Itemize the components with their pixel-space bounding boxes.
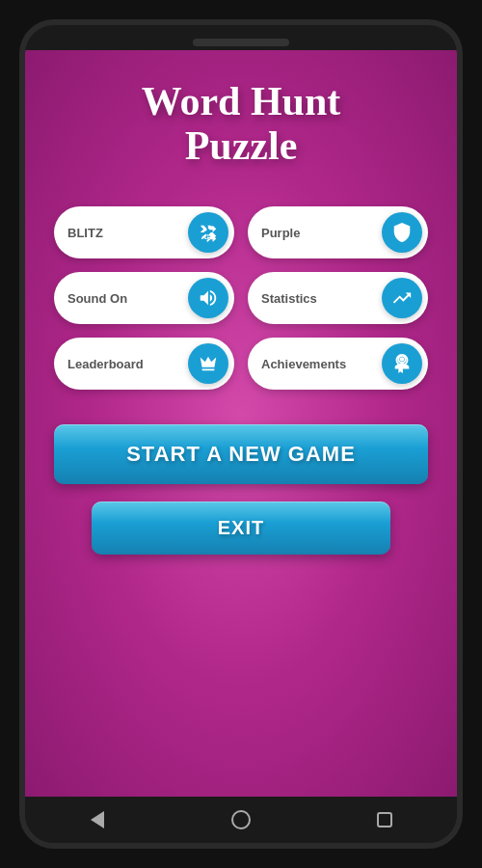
back-button[interactable] [83,805,112,834]
app-title: Word Hunt Puzzle [142,79,341,168]
medal-icon [382,343,422,384]
exit-button[interactable]: EXIT [92,502,390,555]
shield-icon [382,212,422,253]
chart-icon [382,278,422,318]
statistics-option[interactable]: Statistics [248,272,428,324]
screen: Word Hunt Puzzle BLITZ Purple [25,50,457,797]
navigation-bar [25,797,457,843]
purple-option[interactable]: Purple [248,206,428,258]
blitz-option[interactable]: BLITZ [54,206,234,258]
sound-label: Sound On [67,291,188,306]
statistics-label: Statistics [261,291,382,306]
svg-point-0 [400,358,405,363]
sound-icon [188,278,228,318]
phone-frame: Word Hunt Puzzle BLITZ Purple [19,19,463,849]
sound-option[interactable]: Sound On [54,272,234,324]
phone-speaker [193,39,289,46]
recents-button[interactable] [370,805,399,834]
achievements-option[interactable]: Achievements [248,338,428,390]
leaderboard-option[interactable]: Leaderboard [54,338,234,390]
crown-icon [188,343,228,384]
leaderboard-label: Leaderboard [67,357,188,371]
purple-label: Purple [261,226,382,240]
blitz-label: BLITZ [67,226,188,240]
home-button[interactable] [227,805,255,834]
start-new-game-button[interactable]: START A NEW GAME [54,424,428,484]
options-grid: BLITZ Purple Sound On [54,206,428,390]
shuffle-icon [188,212,228,253]
achievements-label: Achievements [261,357,382,371]
